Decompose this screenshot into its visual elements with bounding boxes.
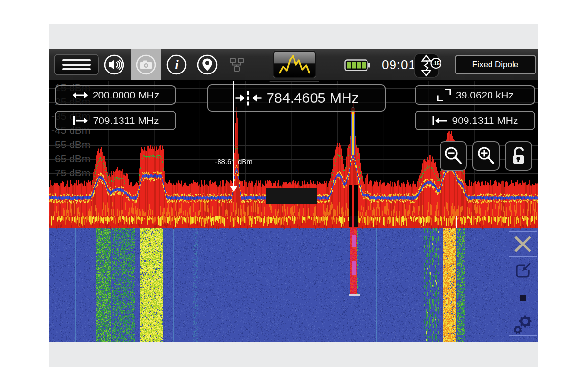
spectrum-tab[interactable] [273, 51, 316, 78]
span-value: 200.0000 MHz [93, 89, 160, 101]
marker-arrow-icon [230, 186, 237, 192]
menu-button[interactable] [54, 54, 99, 75]
location-pin-icon [196, 54, 218, 75]
start-frequency-icon [72, 114, 89, 127]
stop-frequency-readout[interactable]: 909.1311 MHz [415, 111, 535, 130]
info-icon: i [166, 54, 187, 75]
blanked-region [266, 188, 317, 204]
span-icon [72, 89, 89, 101]
page: i [0, 0, 588, 392]
rbw-icon [436, 88, 452, 102]
spectrum-trace-icon [274, 52, 315, 77]
info-button[interactable]: i [166, 54, 187, 75]
zoom-in-button[interactable] [472, 141, 500, 171]
rbw-value: 39.0620 kHz [456, 89, 514, 101]
import-button[interactable] [509, 260, 537, 282]
network-button[interactable] [226, 54, 247, 75]
close-button[interactable] [509, 231, 537, 257]
settings-gears-icon [512, 314, 534, 335]
stop-capture-icon [513, 288, 533, 308]
screenshot-card: i [49, 24, 538, 367]
antenna-button[interactable]: Fixed Dipole [455, 55, 536, 74]
attenuation-button[interactable]: -15 [414, 53, 443, 78]
waterfall-plot[interactable] [49, 216, 538, 342]
volume-button[interactable] [103, 54, 125, 75]
start-frequency-readout[interactable]: 709.1311 MHz [55, 111, 176, 130]
attenuation-value: -15 [432, 61, 440, 66]
center-frequency-value: 784.4605 MHz [267, 90, 359, 106]
volume-icon [103, 54, 125, 75]
start-frequency-value: 709.1311 MHz [93, 115, 159, 126]
camera-icon [135, 54, 157, 75]
toolbar: i [49, 49, 538, 81]
stop-capture-button[interactable] [509, 287, 537, 309]
zoom-out-icon [443, 145, 464, 167]
span-readout[interactable]: 200.0000 MHz [55, 85, 176, 105]
unlock-button[interactable] [505, 141, 532, 171]
import-icon [513, 261, 533, 281]
zoom-out-button[interactable] [440, 141, 467, 171]
battery-icon [344, 58, 372, 74]
analyzer-screen: i [49, 49, 538, 342]
stop-frequency-value: 909.1311 MHz [452, 115, 518, 126]
zoom-in-icon [476, 145, 496, 167]
settings-button[interactable] [509, 313, 537, 336]
antenna-label: Fixed Dipole [472, 60, 519, 70]
unlock-icon [509, 145, 528, 167]
marker-line[interactable] [233, 81, 234, 186]
svg-text:i: i [175, 57, 179, 72]
stop-frequency-icon [431, 114, 448, 127]
close-icon [512, 233, 534, 255]
center-frequency-icon [234, 90, 263, 106]
camera-button[interactable] [131, 49, 161, 80]
network-icon [226, 54, 247, 75]
rbw-readout[interactable]: 39.0620 kHz [415, 85, 535, 105]
location-button[interactable] [196, 54, 218, 75]
